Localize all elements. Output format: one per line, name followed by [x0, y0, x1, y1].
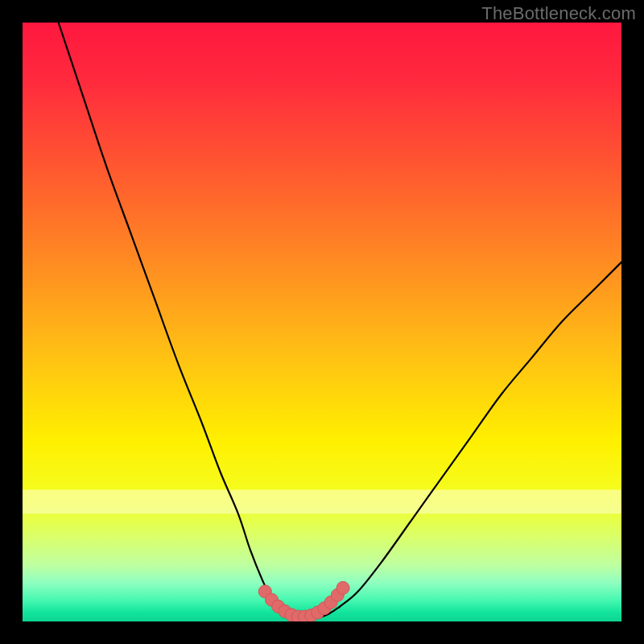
valley-marker-dot — [336, 581, 349, 594]
plot-area — [23, 23, 621, 621]
chart-svg — [23, 23, 621, 621]
outer-frame: TheBottleneck.com — [0, 0, 644, 644]
gradient-background — [23, 23, 621, 621]
watermark-text: TheBottleneck.com — [481, 3, 636, 24]
highlight-band — [23, 489, 621, 514]
